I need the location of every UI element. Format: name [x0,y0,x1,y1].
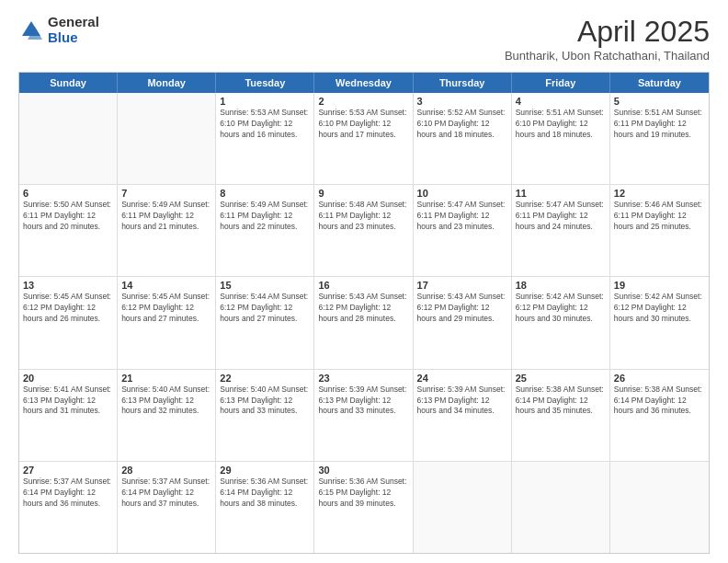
day-info: Sunrise: 5:47 AM Sunset: 6:11 PM Dayligh… [417,200,507,233]
day-info: Sunrise: 5:42 AM Sunset: 6:12 PM Dayligh… [516,292,606,325]
day-number: 21 [121,373,211,384]
day-info: Sunrise: 5:46 AM Sunset: 6:11 PM Dayligh… [614,200,705,233]
day-info: Sunrise: 5:41 AM Sunset: 6:13 PM Dayligh… [23,385,113,418]
day-info: Sunrise: 5:53 AM Sunset: 6:10 PM Dayligh… [220,108,310,141]
day-cell-26: 26Sunrise: 5:38 AM Sunset: 6:14 PM Dayli… [610,370,709,461]
header: General Blue April 2025 Buntharik, Ubon … [18,15,710,63]
day-cell-10: 10Sunrise: 5:47 AM Sunset: 6:11 PM Dayli… [414,185,512,276]
calendar-row-5: 27Sunrise: 5:37 AM Sunset: 6:14 PM Dayli… [19,461,709,553]
calendar-row-4: 20Sunrise: 5:41 AM Sunset: 6:13 PM Dayli… [19,369,709,461]
day-cell-empty-4-4 [414,462,512,553]
logo-blue: Blue [48,30,99,46]
calendar-row-2: 6Sunrise: 5:50 AM Sunset: 6:11 PM Daylig… [19,184,709,276]
day-number: 20 [23,373,113,384]
day-info: Sunrise: 5:36 AM Sunset: 6:14 PM Dayligh… [220,477,310,510]
day-info: Sunrise: 5:51 AM Sunset: 6:11 PM Dayligh… [614,108,705,141]
day-info: Sunrise: 5:47 AM Sunset: 6:11 PM Dayligh… [516,200,606,233]
day-cell-2: 2Sunrise: 5:53 AM Sunset: 6:10 PM Daylig… [314,93,413,184]
logo-text: General Blue [48,15,99,45]
day-info: Sunrise: 5:49 AM Sunset: 6:11 PM Dayligh… [121,200,211,233]
day-number: 8 [220,188,310,199]
day-cell-7: 7Sunrise: 5:49 AM Sunset: 6:11 PM Daylig… [118,185,216,276]
day-cell-empty-4-5 [512,462,610,553]
header-day-friday: Friday [512,73,610,93]
day-number: 22 [220,373,310,384]
day-number: 26 [614,373,705,384]
day-cell-29: 29Sunrise: 5:36 AM Sunset: 6:14 PM Dayli… [216,462,314,553]
header-day-monday: Monday [118,73,216,93]
calendar-header: SundayMondayTuesdayWednesdayThursdayFrid… [19,73,709,93]
day-number: 27 [23,465,113,476]
day-cell-14: 14Sunrise: 5:45 AM Sunset: 6:12 PM Dayli… [118,277,216,368]
day-info: Sunrise: 5:40 AM Sunset: 6:13 PM Dayligh… [220,385,310,418]
day-number: 3 [417,96,507,107]
day-info: Sunrise: 5:43 AM Sunset: 6:12 PM Dayligh… [318,292,408,325]
day-info: Sunrise: 5:45 AM Sunset: 6:12 PM Dayligh… [121,292,211,325]
day-info: Sunrise: 5:49 AM Sunset: 6:11 PM Dayligh… [220,200,310,233]
day-number: 2 [318,96,408,107]
day-cell-19: 19Sunrise: 5:42 AM Sunset: 6:12 PM Dayli… [610,277,709,368]
day-number: 28 [121,465,211,476]
day-info: Sunrise: 5:53 AM Sunset: 6:10 PM Dayligh… [318,108,408,141]
day-cell-8: 8Sunrise: 5:49 AM Sunset: 6:11 PM Daylig… [216,185,314,276]
day-info: Sunrise: 5:51 AM Sunset: 6:10 PM Dayligh… [516,108,606,141]
day-cell-15: 15Sunrise: 5:44 AM Sunset: 6:12 PM Dayli… [216,277,314,368]
day-number: 29 [220,465,310,476]
calendar-row-3: 13Sunrise: 5:45 AM Sunset: 6:12 PM Dayli… [19,276,709,368]
day-cell-17: 17Sunrise: 5:43 AM Sunset: 6:12 PM Dayli… [414,277,512,368]
day-number: 17 [417,280,507,291]
day-info: Sunrise: 5:42 AM Sunset: 6:12 PM Dayligh… [614,292,705,325]
logo: General Blue [18,15,99,45]
day-cell-25: 25Sunrise: 5:38 AM Sunset: 6:14 PM Dayli… [512,370,610,461]
day-info: Sunrise: 5:44 AM Sunset: 6:12 PM Dayligh… [220,292,310,325]
day-info: Sunrise: 5:37 AM Sunset: 6:14 PM Dayligh… [23,477,113,510]
day-number: 5 [614,96,705,107]
day-info: Sunrise: 5:36 AM Sunset: 6:15 PM Dayligh… [318,477,408,510]
day-cell-empty-4-6 [610,462,709,553]
day-info: Sunrise: 5:38 AM Sunset: 6:14 PM Dayligh… [516,385,606,418]
day-cell-5: 5Sunrise: 5:51 AM Sunset: 6:11 PM Daylig… [610,93,709,184]
title-month: April 2025 [505,15,710,49]
day-number: 12 [614,188,705,199]
logo-icon [18,17,44,43]
day-cell-30: 30Sunrise: 5:36 AM Sunset: 6:15 PM Dayli… [314,462,413,553]
title-block: April 2025 Buntharik, Ubon Ratchathani, … [505,15,710,63]
day-number: 30 [318,465,408,476]
calendar: SundayMondayTuesdayWednesdayThursdayFrid… [18,72,710,554]
day-cell-empty-0-0 [19,93,118,184]
day-info: Sunrise: 5:40 AM Sunset: 6:13 PM Dayligh… [121,385,211,418]
day-cell-22: 22Sunrise: 5:40 AM Sunset: 6:13 PM Dayli… [216,370,314,461]
day-number: 10 [417,188,507,199]
day-cell-16: 16Sunrise: 5:43 AM Sunset: 6:12 PM Dayli… [314,277,413,368]
header-day-wednesday: Wednesday [314,73,413,93]
day-cell-4: 4Sunrise: 5:51 AM Sunset: 6:10 PM Daylig… [512,93,610,184]
day-cell-20: 20Sunrise: 5:41 AM Sunset: 6:13 PM Dayli… [19,370,118,461]
header-day-thursday: Thursday [414,73,512,93]
day-info: Sunrise: 5:45 AM Sunset: 6:12 PM Dayligh… [23,292,113,325]
calendar-body: 1Sunrise: 5:53 AM Sunset: 6:10 PM Daylig… [19,93,709,553]
day-cell-21: 21Sunrise: 5:40 AM Sunset: 6:13 PM Dayli… [118,370,216,461]
title-location: Buntharik, Ubon Ratchathani, Thailand [505,49,710,63]
day-number: 9 [318,188,408,199]
header-day-saturday: Saturday [610,73,709,93]
day-number: 13 [23,280,113,291]
day-number: 18 [516,280,606,291]
day-cell-1: 1Sunrise: 5:53 AM Sunset: 6:10 PM Daylig… [216,93,314,184]
day-info: Sunrise: 5:48 AM Sunset: 6:11 PM Dayligh… [318,200,408,233]
header-day-tuesday: Tuesday [216,73,314,93]
day-number: 14 [121,280,211,291]
day-cell-24: 24Sunrise: 5:39 AM Sunset: 6:13 PM Dayli… [414,370,512,461]
day-cell-28: 28Sunrise: 5:37 AM Sunset: 6:14 PM Dayli… [118,462,216,553]
header-day-sunday: Sunday [19,73,118,93]
day-number: 11 [516,188,606,199]
day-number: 15 [220,280,310,291]
day-cell-9: 9Sunrise: 5:48 AM Sunset: 6:11 PM Daylig… [314,185,413,276]
day-number: 6 [23,188,113,199]
day-info: Sunrise: 5:38 AM Sunset: 6:14 PM Dayligh… [614,385,705,418]
day-cell-27: 27Sunrise: 5:37 AM Sunset: 6:14 PM Dayli… [19,462,118,553]
day-number: 23 [318,373,408,384]
calendar-row-1: 1Sunrise: 5:53 AM Sunset: 6:10 PM Daylig… [19,93,709,184]
day-info: Sunrise: 5:39 AM Sunset: 6:13 PM Dayligh… [417,385,507,418]
day-number: 7 [121,188,211,199]
day-number: 4 [516,96,606,107]
